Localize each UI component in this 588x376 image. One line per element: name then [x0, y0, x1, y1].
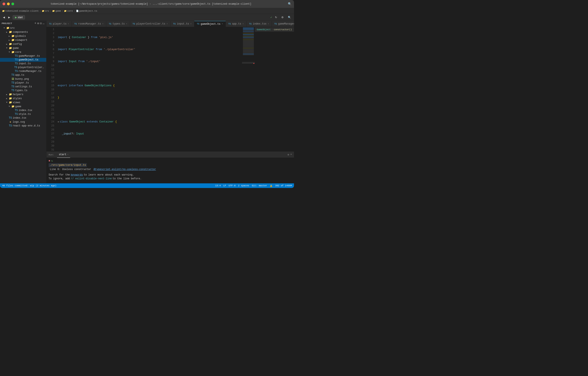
tree-item-input[interactable]: TS input.ts: [0, 62, 46, 66]
sidebar-title: Project: [2, 22, 12, 25]
tree-label: app.ts: [15, 74, 24, 77]
tree-item-logo[interactable]: ◈ logo.svg: [0, 120, 46, 124]
tree-item-roomsmanager[interactable]: TS roomsManager.ts: [0, 69, 46, 73]
terminal-keywords-link[interactable]: keywords: [71, 173, 83, 177]
status-git-commits: 40 files committed: wip (2 minutes ago): [2, 184, 56, 187]
breadcrumb-method: constructor(): [274, 28, 292, 31]
maximize-button[interactable]: [11, 2, 14, 5]
ts-icon-gameobject: TS: [14, 58, 18, 61]
tab-icon-player: TS: [49, 23, 52, 25]
tab-close-go[interactable]: ×: [222, 23, 223, 25]
code-line-4: [56, 72, 242, 76]
tab-types[interactable]: TS types.ts ×: [106, 21, 130, 27]
minimap-lines: [242, 27, 255, 56]
terminal-line-search: Search for the keywords to learn more ab…: [49, 173, 292, 177]
tab-close-input[interactable]: ×: [190, 23, 192, 25]
folder-icon-helpers: 📁: [9, 93, 12, 96]
tab-close-pc[interactable]: ×: [167, 23, 168, 25]
close-button[interactable]: [2, 2, 5, 5]
tree-arrow: ▶: [5, 43, 9, 45]
tab-app[interactable]: TS app.ts ×: [226, 21, 246, 27]
tab-player[interactable]: TS player.ts ×: [46, 21, 72, 27]
tree-item-core[interactable]: ▼ 📁 core: [0, 50, 46, 54]
tree-item-gamemanager[interactable]: TS gameManager.ts: [0, 54, 46, 58]
tsx-icon-index: TS: [9, 117, 12, 120]
reload-icon[interactable]: ↻: [51, 159, 53, 163]
terminal-tab-start[interactable]: start ×: [57, 152, 70, 158]
tab-playercontroller[interactable]: TS playerController.ts ×: [130, 21, 171, 27]
terminal-tab-close[interactable]: ×: [67, 154, 68, 156]
tab-close-types[interactable]: ×: [126, 23, 127, 25]
code-line-5: export interface GameObjectOptions {: [56, 84, 242, 88]
forward-button[interactable]: ▶: [7, 15, 11, 19]
tree-item-views-style[interactable]: TS style.ts: [0, 112, 46, 116]
back-button[interactable]: ◀: [2, 15, 6, 19]
terminal-content[interactable]: ■ ↻ ./src/game/core/input.ts Line 6: Use…: [46, 158, 294, 183]
code-content[interactable]: import { Container } from 'pixi.js' impo…: [56, 27, 242, 152]
tab-index-tsx[interactable]: TS index.tsx ×: [246, 21, 272, 27]
status-encoding: LF: [223, 184, 226, 187]
tab-close-player[interactable]: ×: [68, 23, 69, 25]
tree-item-game[interactable]: ▼ 📁 game: [0, 46, 46, 50]
titlebar-actions: 🔍: [288, 2, 292, 6]
tree-item-player[interactable]: TS player.ts: [0, 81, 46, 85]
tree-item-globals[interactable]: ▶ 📁 globals: [0, 34, 46, 38]
tab-gamemanager[interactable]: TS gameManager.ts ×: [272, 21, 294, 27]
tree-item-viewport[interactable]: ▶ 📁 viewport: [0, 38, 46, 42]
editor-content[interactable]: 12345 678910 1112131415 1617181920 21222…: [46, 27, 255, 152]
folder-icon-2: 📁: [42, 10, 44, 12]
tree-item-playercontroller[interactable]: TS playerController.ts: [0, 66, 46, 69]
tab-close-idx[interactable]: ×: [268, 23, 269, 25]
tab-close-rooms[interactable]: ×: [102, 23, 104, 25]
tree-item-styles[interactable]: ▶ 📁 styles: [0, 96, 46, 100]
tab-roomsmanager[interactable]: TS roomsManager.ts ×: [72, 21, 106, 27]
settings-button[interactable]: ⚙: [280, 15, 285, 19]
right-panel: TS player.ts × TS roomsManager.ts × TS t…: [46, 21, 294, 183]
tree-item-src[interactable]: ▼ 📁 src: [0, 26, 46, 30]
breadcrumb-item-3[interactable]: 📁 game: [52, 10, 61, 12]
search-icon[interactable]: 🔍: [288, 2, 292, 6]
tree-item-components[interactable]: ▶ 📁 components: [0, 30, 46, 34]
tab-gameobject[interactable]: TS gameObject.ts ×: [194, 21, 226, 27]
terminal-line-num: Line 6:: [50, 167, 60, 171]
toolbar-nav: ◀ ▶: [2, 15, 11, 19]
search-global-button[interactable]: 🔍: [287, 15, 292, 19]
ts-icon-player: TS: [11, 81, 15, 84]
terminal-close-icon[interactable]: ×: [290, 153, 292, 156]
tab-input[interactable]: TS input.ts ×: [170, 21, 194, 27]
tree-item-index-tsx[interactable]: TS index.tsx: [0, 116, 46, 120]
terminal-settings-icon[interactable]: ⚙: [288, 153, 289, 156]
tree-item-react-app-env[interactable]: TS react-app-env.d.ts: [0, 124, 46, 128]
tree-item-helpers[interactable]: ▶ 📁 helpers: [0, 92, 46, 96]
folder-icon-config: 📁: [9, 43, 12, 46]
collapse-icon[interactable]: ⊟: [40, 22, 42, 25]
tree-item-settings[interactable]: TS settings.ts: [0, 85, 46, 88]
tree-item-config[interactable]: ▶ 📁 config: [0, 42, 46, 46]
run-button[interactable]: ▶ start: [13, 15, 25, 20]
tree-item-types[interactable]: TS types.ts: [0, 88, 46, 92]
tree-arrow: ▼: [8, 51, 11, 53]
more-icon[interactable]: …: [43, 22, 45, 25]
folder-icon-core: 📁: [11, 51, 15, 54]
tree-item-views-index[interactable]: TS index.tsx: [0, 109, 46, 112]
folder-icon-views: 📁: [9, 101, 12, 104]
new-file-icon[interactable]: +: [34, 22, 36, 25]
tree-item-bunny[interactable]: 🖼 bunny.png: [0, 77, 46, 81]
tree-arrow: ▼: [8, 105, 11, 108]
refresh-button[interactable]: ↻: [274, 15, 278, 19]
tree-item-views[interactable]: ▼ 📁 views: [0, 100, 46, 104]
tree-item-app[interactable]: TS app.ts: [0, 73, 46, 77]
terminal-eslint-link[interactable]: @typescript-eslint/no-useless-constructo…: [94, 167, 156, 171]
breadcrumb-item-1[interactable]: 📁 tokenized-example-client: [2, 10, 39, 12]
tab-close-app[interactable]: ×: [242, 23, 244, 25]
breadcrumb-item-5[interactable]: 📄 gameObject.ts: [76, 10, 97, 12]
tree-item-views-game[interactable]: ▼ 📁 game: [0, 104, 46, 109]
breadcrumb-item-4[interactable]: 📁 core: [64, 10, 73, 12]
breadcrumb-item-2[interactable]: 📁 src: [42, 10, 49, 12]
tree-item-gameobject[interactable]: TS gameObject.ts: [0, 58, 46, 62]
tab-icon-go: TS: [197, 23, 200, 25]
tree-label: types.ts: [15, 89, 27, 92]
new-folder-icon[interactable]: ⊕: [37, 22, 39, 25]
folder-icon: 📁: [2, 10, 5, 12]
minimize-button[interactable]: [7, 2, 10, 5]
